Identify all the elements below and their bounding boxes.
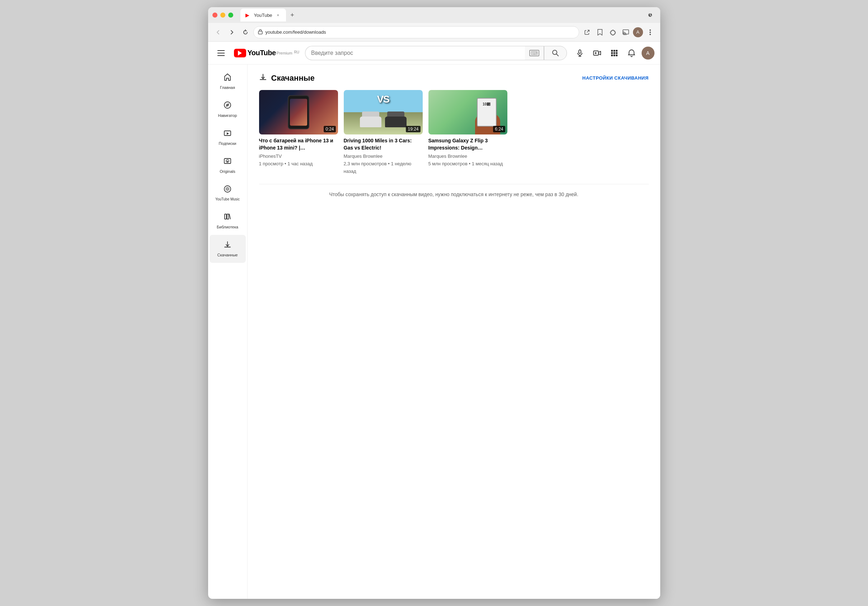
- title-bar: ▶ YouTube × +: [208, 7, 660, 23]
- sidebar-label-originals: Originals: [220, 169, 235, 173]
- browser-tab[interactable]: ▶ YouTube ×: [240, 9, 286, 22]
- notifications-button[interactable]: [625, 46, 639, 60]
- youtube-logo[interactable]: YouTube Premium RU: [234, 49, 300, 57]
- svg-rect-31: [227, 214, 229, 219]
- sidebar-item-music[interactable]: YouTube Music: [209, 179, 246, 207]
- search-area: [305, 46, 567, 60]
- video-meta: Marques Brownlee 5 млн просмотров • 1 ме…: [428, 153, 507, 168]
- browser-window: ▶ YouTube × + youtube.com/feed/downloads: [208, 7, 660, 599]
- search-input[interactable]: [311, 50, 519, 56]
- thumbnail-phone: [288, 95, 309, 130]
- svg-point-4: [649, 32, 651, 33]
- video-meta: Marques Brownlee 2,3 млн просмотров • 1 …: [344, 153, 423, 175]
- video-views: 1 просмотр: [259, 161, 284, 166]
- thumbnail-wrapper: VS 19:24: [344, 90, 423, 134]
- videos-grid: 0:24 Что с батареей на iPhone 13 и iPhon…: [259, 90, 649, 175]
- sidebar-label-library: Библиотека: [217, 225, 238, 229]
- svg-rect-17: [613, 52, 615, 54]
- thumbnail-phone-device: [477, 98, 497, 127]
- video-title: Samsung Galaxy Z Flip 3 Impressions: Des…: [428, 138, 507, 152]
- hamburger-icon: [217, 50, 225, 56]
- thumbnail-wrapper: 6:24: [428, 90, 507, 134]
- sidebar-label-subscriptions: Подписки: [219, 141, 236, 145]
- close-button[interactable]: [212, 12, 217, 18]
- forward-button[interactable]: [226, 26, 237, 38]
- search-button[interactable]: [544, 46, 567, 60]
- keyboard-button[interactable]: [525, 46, 544, 60]
- sidebar-item-downloads[interactable]: Скачанные: [209, 235, 246, 263]
- youtube-header: YouTube Premium RU: [208, 42, 660, 65]
- sidebar-label-music: YouTube Music: [215, 197, 240, 201]
- video-title: Что с батареей на iPhone 13 и iPhone 13 …: [259, 138, 338, 152]
- music-icon: [223, 185, 231, 195]
- search-input-wrapper[interactable]: [305, 46, 525, 60]
- notifications-icon: [628, 49, 635, 57]
- browser-toolbar-icons: A: [581, 26, 656, 38]
- traffic-lights: [212, 12, 233, 18]
- video-views: 5 млн просмотров: [428, 161, 468, 166]
- tab-close-button[interactable]: ×: [275, 12, 281, 18]
- create-icon: [593, 49, 601, 57]
- mic-icon: [576, 49, 583, 57]
- downloads-icon: [223, 241, 231, 250]
- create-video-button[interactable]: [590, 46, 604, 60]
- new-tab-button[interactable]: +: [287, 10, 298, 20]
- bookmark-icon[interactable]: [594, 26, 606, 38]
- svg-rect-15: [616, 50, 617, 52]
- video-card[interactable]: VS 19:24 Driving 1000 Miles in 3 Cars: G…: [344, 90, 423, 175]
- sidebar-label-home: Главная: [220, 85, 235, 90]
- browser-menu-icon[interactable]: [645, 26, 656, 38]
- svg-point-23: [227, 105, 228, 106]
- tab-title: YouTube: [254, 12, 272, 18]
- apps-button[interactable]: [607, 46, 622, 60]
- subscriptions-icon: [223, 129, 231, 139]
- sidebar-item-subscriptions[interactable]: Подписки: [209, 123, 246, 152]
- svg-point-5: [649, 34, 651, 35]
- download-settings-link[interactable]: НАСТРОЙКИ СКАЧИВАНИЯ: [582, 75, 649, 81]
- video-stats: 5 млн просмотров • 1 месяц назад: [428, 160, 507, 168]
- sidebar: Главная Навигатор Подписки Originals: [208, 65, 248, 599]
- hamburger-menu-button[interactable]: [214, 46, 228, 60]
- youtube-logo-icon: [234, 49, 246, 57]
- video-time: 1 час назад: [287, 161, 313, 166]
- video-time: 1 месяц назад: [472, 161, 503, 166]
- apps-icon: [611, 49, 618, 57]
- cast-icon[interactable]: [620, 26, 632, 38]
- refresh-button[interactable]: [240, 26, 251, 38]
- svg-rect-19: [611, 54, 613, 56]
- sidebar-item-explore[interactable]: Навигатор: [209, 95, 246, 123]
- video-channel: Marques Brownlee: [428, 153, 507, 160]
- video-separator: •: [285, 161, 287, 166]
- section-header: Скачанные НАСТРОЙКИ СКАЧИВАНИЯ: [259, 73, 649, 83]
- url-text: youtube.com/feed/downloads: [265, 29, 575, 35]
- extensions-icon[interactable]: [607, 26, 618, 38]
- external-link-icon[interactable]: [581, 26, 593, 38]
- video-separator: •: [388, 161, 391, 166]
- maximize-button[interactable]: [228, 12, 233, 18]
- main-layout: Главная Навигатор Подписки Originals: [208, 65, 660, 599]
- section-download-icon: [259, 73, 267, 83]
- lock-icon: [258, 29, 263, 36]
- home-icon: [223, 73, 231, 83]
- mic-button[interactable]: [573, 46, 587, 60]
- locale-text: RU: [294, 50, 299, 54]
- sidebar-item-originals[interactable]: Originals: [209, 152, 246, 179]
- url-bar[interactable]: youtube.com/feed/downloads: [253, 26, 579, 39]
- chrome-menu-icon[interactable]: [645, 9, 656, 21]
- thumbnail-wrapper: 0:24: [259, 90, 338, 134]
- svg-rect-16: [611, 52, 613, 54]
- user-avatar[interactable]: A: [642, 46, 654, 60]
- sidebar-item-library[interactable]: Библиотека: [209, 207, 246, 235]
- browser-profile-avatar[interactable]: A: [633, 27, 643, 37]
- video-card[interactable]: 6:24 Samsung Galaxy Z Flip 3 Impressions…: [428, 90, 507, 175]
- minimize-button[interactable]: [220, 12, 225, 18]
- video-card[interactable]: 0:24 Что с батареей на iPhone 13 и iPhon…: [259, 90, 338, 175]
- svg-rect-14: [613, 50, 615, 52]
- sidebar-label-explore: Навигатор: [218, 113, 237, 117]
- car-white: [360, 116, 381, 127]
- back-button[interactable]: [212, 26, 224, 38]
- divider: [259, 184, 649, 184]
- library-icon: [223, 213, 231, 223]
- sidebar-item-home[interactable]: Главная: [209, 67, 246, 95]
- search-icon: [552, 49, 559, 57]
